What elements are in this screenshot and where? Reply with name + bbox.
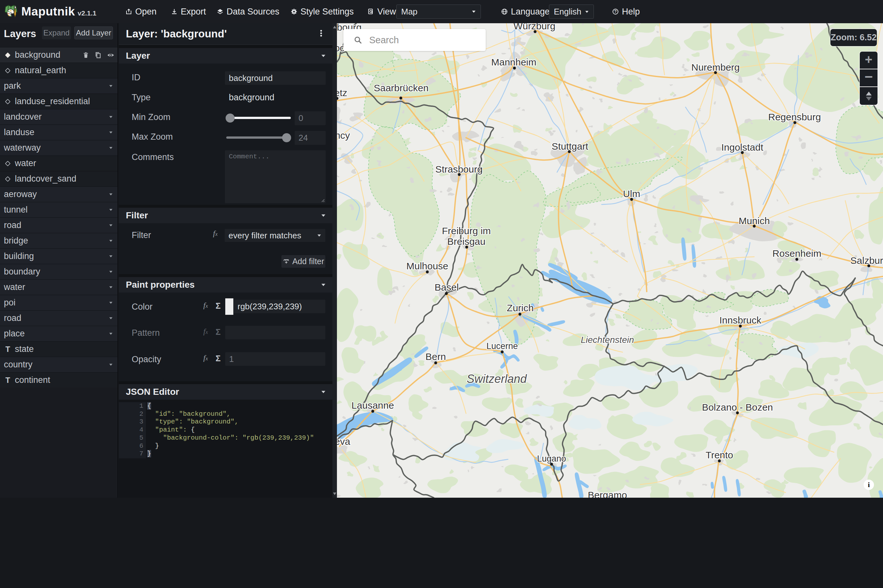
svg-text:Munich: Munich [739,216,770,226]
svg-text:Trento: Trento [706,450,733,460]
svg-text:Mulhouse: Mulhouse [406,261,448,271]
svg-text:?: ? [614,9,616,14]
svg-text:Mannheim: Mannheim [491,57,536,68]
svg-text:Bergamo: Bergamo [588,490,627,498]
svg-text:Freiburg im: Freiburg im [442,225,491,236]
svg-text:ncy: ncy [337,130,350,141]
svg-text:Zurich: Zurich [507,303,533,313]
svg-text:Basel: Basel [434,282,459,292]
svg-text:Bern: Bern [425,351,446,362]
svg-text:eva: eva [337,436,350,447]
svg-text:Ingolstadt: Ingolstadt [721,142,764,153]
svg-text:Switzerland: Switzerland [467,372,527,386]
svg-text:etz: etz [337,87,347,98]
svg-text:Innsbruck: Innsbruck [719,315,761,326]
svg-text:Liechtenstein: Liechtenstein [581,335,634,345]
svg-text:Saarbrücken: Saarbrücken [374,82,429,93]
svg-text:Salzburg: Salzburg [850,255,883,266]
svg-text:Ulm: Ulm [623,188,640,199]
svg-text:Strasbourg: Strasbourg [435,164,483,174]
svg-text:Rosenheim: Rosenheim [772,248,821,259]
svg-text:Breisgau: Breisgau [447,236,485,247]
svg-text:Lugano: Lugano [537,454,566,464]
svg-text:Regensburg: Regensburg [768,112,821,122]
svg-text:Lucerne: Lucerne [487,341,518,351]
svg-text:Stuttgart: Stuttgart [551,141,588,152]
svg-text:Lausanne: Lausanne [351,400,394,411]
svg-text:Nuremberg: Nuremberg [691,62,740,73]
svg-text:Bolzano - Bozen: Bolzano - Bozen [702,402,773,412]
svg-text:Würzburg: Würzburg [514,23,556,31]
